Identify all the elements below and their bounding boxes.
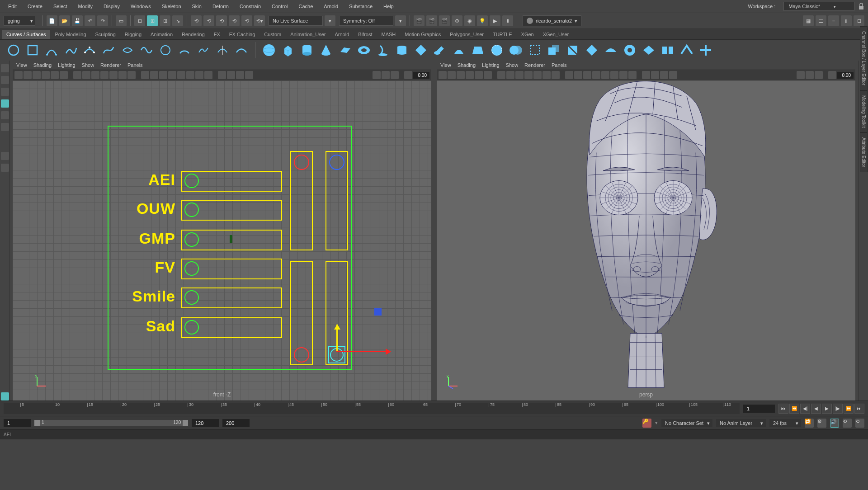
shelf-tab-curves[interactable]: Curves / Surfaces — [2, 30, 50, 39]
vpr-2d-pan-icon[interactable] — [475, 71, 483, 79]
nurbs-plane-icon[interactable] — [337, 42, 353, 58]
slider-handle-sad[interactable] — [184, 320, 199, 335]
ep-curve-icon[interactable] — [43, 42, 60, 58]
new-scene-icon[interactable]: 📄 — [47, 15, 57, 26]
vpr-exposure-icon[interactable] — [797, 71, 805, 79]
vp-safe-title-icon[interactable] — [127, 71, 136, 79]
vpr-select-cam-icon[interactable] — [439, 71, 447, 79]
vpr-bookmark-icon[interactable] — [457, 71, 465, 79]
viewport-right-canvas[interactable]: y persp — [437, 80, 855, 400]
move-tool[interactable] — [1, 99, 9, 108]
curve-arc-icon[interactable] — [176, 42, 193, 58]
vpr-isolate-icon[interactable] — [610, 71, 618, 79]
vp-panels-r[interactable]: Panels — [552, 62, 567, 68]
vpr-aa-icon[interactable] — [660, 71, 668, 79]
menu-skin[interactable]: Skin — [188, 1, 206, 12]
tab-attribute-editor[interactable]: Attribute Editor — [860, 132, 868, 172]
anim-start-field[interactable]: 1 — [4, 419, 31, 427]
shelf-tab-polyuser[interactable]: Polygons_User — [445, 30, 488, 39]
isolate-dropdown-icon[interactable]: ⟲▾ — [254, 15, 265, 26]
vp-aa-icon[interactable] — [236, 71, 244, 79]
curve-edit-icon[interactable] — [119, 42, 136, 58]
go-to-end-icon[interactable]: ⏭ — [854, 404, 864, 414]
vpr-field-chart-icon[interactable] — [533, 71, 542, 79]
vp-view[interactable]: View — [16, 62, 27, 68]
vpr-exposure-field[interactable]: 0.00 — [837, 72, 854, 79]
nurbs-cone-icon[interactable] — [318, 42, 334, 58]
vpr-grease-icon[interactable] — [484, 71, 492, 79]
rebuild-icon[interactable] — [698, 42, 714, 58]
extend-icon[interactable] — [679, 42, 695, 58]
shelf-tab-custom[interactable]: Custom — [259, 30, 286, 39]
vp-shading-r[interactable]: Shading — [458, 62, 476, 68]
vp-dof-icon[interactable] — [245, 71, 253, 79]
vp-show-r[interactable]: Show — [506, 62, 519, 68]
lock-icon[interactable] — [858, 2, 864, 10]
symmetry-field[interactable]: Symmetry: Off — [339, 16, 393, 26]
select-tool[interactable] — [1, 64, 9, 72]
vp-gamma-icon[interactable] — [382, 71, 390, 79]
audio-icon[interactable]: 🔊 — [830, 419, 839, 428]
vpr-xray-icon[interactable] — [619, 71, 627, 79]
vp-lock-cam-icon[interactable] — [24, 71, 32, 79]
slider-handle-fv[interactable] — [184, 261, 199, 276]
character-set-dropdown[interactable]: No Character Set — [661, 419, 712, 427]
slider-handle-smile[interactable] — [184, 290, 199, 305]
snap-grid-icon[interactable]: ⊞ — [134, 15, 145, 26]
undo-icon[interactable]: ↶ — [85, 15, 95, 26]
play-forward-icon[interactable]: ▶ — [822, 404, 832, 414]
vp-lighting-r[interactable]: Lighting — [482, 62, 500, 68]
insert-iso-icon[interactable] — [660, 42, 676, 58]
sync-icon[interactable]: ⟲ — [843, 419, 852, 428]
snap-point-icon[interactable]: ⊞ — [160, 15, 170, 26]
attribute-toggle-icon[interactable]: ≡ — [828, 15, 839, 26]
vslider-handle-red-bottom[interactable] — [294, 347, 309, 363]
vpr-ao-icon[interactable] — [642, 71, 650, 79]
boundary-icon[interactable] — [470, 42, 486, 58]
vpr-view-transform-icon[interactable] — [815, 71, 823, 79]
open-scene-icon[interactable]: 📂 — [59, 15, 70, 26]
nurbs-sphere-icon[interactable] — [261, 42, 277, 58]
move-y-axis[interactable] — [336, 325, 338, 352]
vpr-dof-icon[interactable] — [669, 71, 677, 79]
panel-layout-icon[interactable]: ▦ — [803, 15, 814, 26]
menu-arnold[interactable]: Arnold — [319, 1, 343, 12]
shelf-tab-fxcaching[interactable]: FX Caching — [225, 30, 259, 39]
shelf-tab-animation[interactable]: Animation — [146, 30, 177, 39]
menu-windows[interactable]: Windows — [126, 1, 156, 12]
head-mesh-wireframe[interactable] — [547, 80, 745, 397]
vpr-gamma-icon[interactable] — [806, 71, 814, 79]
vp-view-transform-icon[interactable] — [391, 71, 399, 79]
range-handle-end[interactable] — [183, 420, 188, 426]
vpr-film-gate-icon[interactable] — [506, 71, 514, 79]
vp-show[interactable]: Show — [82, 62, 94, 68]
vp-exposure-icon[interactable] — [373, 71, 381, 79]
select-mode-icon[interactable]: ▭ — [116, 15, 127, 26]
vpr-shadows-icon[interactable] — [601, 71, 609, 79]
vpr-smooth-icon[interactable] — [574, 71, 582, 79]
move-xy-plane[interactable] — [374, 308, 382, 316]
command-line[interactable]: AEI — [0, 429, 868, 439]
trim-icon[interactable] — [565, 42, 581, 58]
live-dropdown-icon[interactable]: ▾ — [325, 15, 335, 26]
shelf-tab-motion[interactable]: Motion Graphics — [400, 30, 445, 39]
square-surf-icon[interactable] — [489, 42, 505, 58]
menu-edit[interactable]: Edit — [4, 1, 21, 12]
nurbs-square-icon[interactable] — [24, 42, 41, 58]
playblast-icon[interactable]: ▶ — [490, 15, 500, 26]
vp-motion-blur-icon[interactable] — [227, 71, 235, 79]
construction-off-icon[interactable]: ⟲ — [229, 15, 240, 26]
move-x-axis[interactable] — [336, 351, 391, 352]
bevel-icon[interactable] — [508, 42, 524, 58]
module-selector[interactable]: gging — [4, 16, 35, 26]
vpr-safe-title-icon[interactable] — [552, 71, 560, 79]
vp-shadows-icon[interactable] — [177, 71, 185, 79]
menu-select[interactable]: Select — [49, 1, 72, 12]
menu-constrain[interactable]: Constrain — [235, 1, 265, 12]
shelf-tab-fx[interactable]: FX — [209, 30, 225, 39]
bezier-icon[interactable] — [100, 42, 117, 58]
curve-smooth-icon[interactable] — [233, 42, 250, 58]
nurbs-circle-icon[interactable] — [5, 42, 22, 58]
vp-renderer[interactable]: Renderer — [100, 62, 121, 68]
history-off-icon[interactable]: ⟲ — [203, 15, 214, 26]
